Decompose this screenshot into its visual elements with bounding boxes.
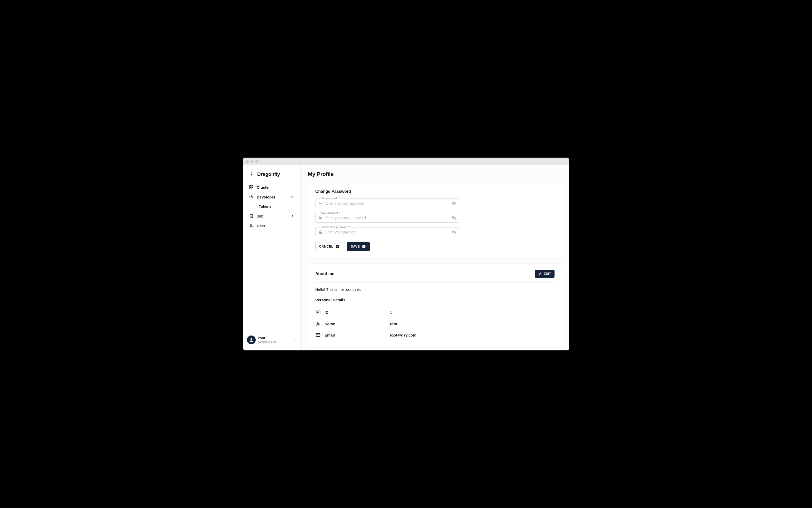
sidebar-item-developer[interactable]: Developer bbox=[245, 192, 298, 202]
user-footer-name: root bbox=[258, 336, 276, 340]
lock-icon bbox=[318, 215, 323, 220]
button-label: EDIT bbox=[544, 272, 551, 276]
sidebar-item-job[interactable]: Job bbox=[245, 211, 298, 221]
svg-rect-2 bbox=[250, 188, 251, 189]
svg-point-19 bbox=[362, 245, 366, 248]
change-password-title: Change Password bbox=[315, 189, 554, 194]
page-title: My Profile bbox=[308, 171, 562, 177]
avatar bbox=[247, 336, 256, 344]
button-label: CANCEL bbox=[319, 245, 333, 248]
detail-value: root bbox=[390, 322, 397, 326]
window-minimize-dot[interactable] bbox=[251, 160, 253, 163]
svg-point-8 bbox=[319, 203, 320, 204]
svg-point-7 bbox=[251, 338, 252, 340]
personal-details-title: Personal Details bbox=[315, 298, 554, 302]
sidebar-item-label: Tokens bbox=[259, 204, 272, 209]
cancel-circle-icon bbox=[335, 245, 340, 249]
lock-icon bbox=[318, 230, 323, 235]
visibility-off-icon[interactable] bbox=[451, 229, 456, 235]
svg-rect-1 bbox=[252, 185, 253, 187]
svg-rect-5 bbox=[250, 214, 253, 218]
user-footer-email: root@d7y.com bbox=[258, 340, 276, 344]
old-password-field: Old password * bbox=[315, 199, 459, 208]
cluster-icon bbox=[249, 185, 254, 189]
id-card-icon bbox=[315, 310, 321, 315]
sort-icon bbox=[293, 338, 296, 342]
sidebar-item-label: Cluster bbox=[257, 185, 270, 189]
sidebar-user-footer[interactable]: root root@d7y.com bbox=[243, 333, 301, 347]
code-icon bbox=[249, 195, 254, 199]
field-label: Old password * bbox=[318, 197, 340, 200]
confirm-password-input[interactable] bbox=[325, 230, 449, 234]
sidebar-item-label: User bbox=[257, 224, 265, 228]
main-content: My Profile Change Password Old password … bbox=[301, 165, 569, 350]
user-icon bbox=[315, 321, 321, 326]
visibility-off-icon[interactable] bbox=[451, 215, 456, 220]
sidebar-item-label: Developer bbox=[257, 195, 275, 199]
field-label: Confirm new password * bbox=[318, 225, 351, 228]
sidebar-item-cluster[interactable]: Cluster bbox=[245, 182, 298, 192]
chevron-down-icon bbox=[290, 195, 294, 199]
check-circle-icon bbox=[362, 245, 366, 249]
svg-point-21 bbox=[317, 312, 318, 312]
dragonfly-logo-icon bbox=[249, 172, 254, 177]
svg-rect-3 bbox=[252, 188, 253, 189]
svg-rect-20 bbox=[316, 311, 320, 314]
form-actions: CANCEL SAVE bbox=[315, 242, 554, 251]
new-password-field: New password * bbox=[315, 213, 459, 223]
key-icon bbox=[318, 201, 323, 206]
sidebar-subitem-tokens[interactable]: Tokens bbox=[245, 202, 298, 211]
detail-label: ID bbox=[324, 310, 386, 315]
app-window: Dragonfly Cluster Developer bbox=[243, 158, 569, 350]
detail-label: Name bbox=[324, 322, 386, 326]
svg-rect-0 bbox=[250, 185, 251, 187]
change-password-card: Change Password Old password * New bbox=[308, 183, 562, 257]
detail-row-id: ID 1 bbox=[315, 307, 554, 318]
window-titlebar bbox=[243, 158, 569, 165]
edit-button[interactable]: EDIT bbox=[535, 270, 554, 278]
svg-rect-12 bbox=[319, 217, 322, 219]
field-label: New password * bbox=[318, 211, 341, 214]
new-password-input[interactable] bbox=[325, 216, 449, 220]
mail-icon bbox=[315, 332, 321, 338]
detail-row-email: Email root@d7y.com bbox=[315, 329, 554, 341]
detail-label: Email bbox=[324, 333, 386, 337]
pencil-icon bbox=[538, 272, 542, 276]
detail-row-name: Name root bbox=[315, 318, 554, 329]
detail-value: root@d7y.com bbox=[390, 333, 416, 337]
chevron-right-icon bbox=[290, 214, 294, 218]
svg-point-6 bbox=[251, 224, 252, 226]
svg-line-4 bbox=[251, 196, 252, 199]
window-close-dot[interactable] bbox=[246, 160, 249, 163]
confirm-password-field: Confirm new password * bbox=[315, 227, 459, 237]
visibility-off-icon[interactable] bbox=[451, 201, 456, 206]
svg-point-22 bbox=[317, 322, 319, 324]
user-footer-text: root root@d7y.com bbox=[258, 336, 276, 344]
about-hello-text: Hello! This is the root user. bbox=[315, 287, 554, 292]
brand-label: Dragonfly bbox=[257, 171, 280, 177]
sidebar-nav: Cluster Developer Tokens bbox=[243, 182, 301, 333]
sidebar: Dragonfly Cluster Developer bbox=[243, 165, 301, 350]
button-label: SAVE bbox=[351, 245, 360, 248]
svg-rect-10 bbox=[322, 203, 322, 204]
detail-value: 1 bbox=[390, 310, 392, 315]
clipboard-check-icon bbox=[249, 214, 254, 218]
sidebar-item-user[interactable]: User bbox=[245, 221, 298, 230]
brand: Dragonfly bbox=[243, 171, 301, 182]
sidebar-item-label: Job bbox=[257, 214, 264, 218]
user-icon bbox=[249, 223, 254, 228]
save-button[interactable]: SAVE bbox=[347, 242, 370, 251]
window-maximize-dot[interactable] bbox=[255, 160, 258, 163]
old-password-input[interactable] bbox=[325, 201, 449, 205]
about-me-card: About me EDIT Hello! This is the root us… bbox=[308, 263, 562, 347]
svg-rect-14 bbox=[319, 232, 322, 234]
about-me-title: About me bbox=[315, 271, 334, 276]
cancel-button[interactable]: CANCEL bbox=[315, 242, 343, 251]
